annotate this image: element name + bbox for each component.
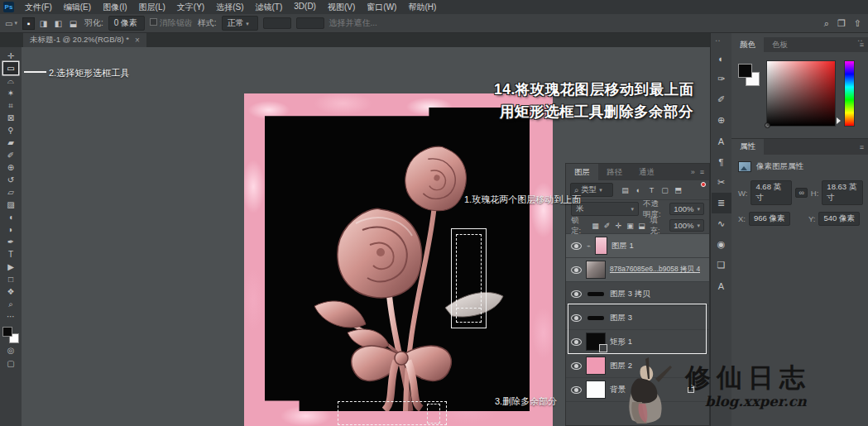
antialias-checkbox[interactable]: 消除锯齿 (150, 17, 193, 29)
filter-pixel-icon[interactable]: ▤ (620, 184, 631, 195)
panel-collapse-handle[interactable]: ‥ (715, 34, 722, 43)
link-dimensions-icon[interactable]: ∞ (795, 188, 807, 198)
frame-tool[interactable]: ⊠ (3, 112, 18, 124)
filter-adjustment-icon[interactable]: ◐ (633, 184, 644, 195)
glyphs-icon[interactable]: Α (712, 275, 731, 296)
filter-toggle-icon[interactable] (701, 182, 706, 187)
menu-item-edit[interactable]: 编辑(E) (58, 2, 97, 13)
panel-menu-icon[interactable]: ≡ (700, 168, 704, 176)
photoshop-logo-icon[interactable]: Ps (3, 2, 14, 12)
tab-channels[interactable]: 通道 (631, 164, 663, 180)
move-tool[interactable]: ✛ (3, 50, 18, 62)
dodge-tool[interactable]: ◖ (3, 211, 18, 223)
subtract-from-selection-icon[interactable]: ◧ (52, 17, 65, 30)
smudge-tool[interactable]: ◗ (3, 223, 18, 236)
brush-settings-icon[interactable]: ✑ (712, 69, 731, 89)
filter-shape-icon[interactable]: ▢ (659, 184, 670, 195)
visibility-eye-icon[interactable] (571, 386, 582, 394)
clone-stamp-tool[interactable]: ⊕ (3, 161, 18, 174)
workspace-icon[interactable]: ❐ (837, 18, 846, 29)
add-to-selection-icon[interactable]: ◨ (37, 17, 50, 30)
new-selection-icon[interactable]: ▪ (22, 17, 35, 30)
menu-item-type[interactable]: 文字(Y) (171, 2, 210, 13)
lock-transparent-icon[interactable]: ▦ (591, 220, 601, 231)
screen-mode-button[interactable]: ▢ (3, 357, 18, 370)
magic-wand-tool[interactable]: ✶ (3, 87, 18, 99)
layer-row[interactable]: 图层 3 (566, 306, 709, 330)
clone-source-icon[interactable]: ⊕ (712, 110, 731, 131)
tab-properties[interactable]: 属性 (731, 139, 764, 155)
eyedropper-tool[interactable]: ⚲ (3, 124, 18, 136)
layer-row[interactable]: 图层 2 (566, 354, 709, 378)
layer-row[interactable]: 图层 3 拷贝 (566, 282, 709, 306)
eraser-tool[interactable]: ▱ (3, 186, 18, 199)
paths-collapse-icon[interactable]: ∿ (712, 213, 731, 234)
double-arrow-icon[interactable]: » (691, 168, 695, 176)
select-and-mask-button[interactable]: 选择并遮住... (329, 17, 377, 29)
adjustments-icon[interactable]: ◐ (712, 48, 731, 69)
lock-paint-icon[interactable]: ✐ (602, 220, 612, 231)
crop-tool[interactable]: ⌗ (3, 99, 18, 112)
visibility-eye-icon[interactable] (571, 242, 582, 250)
menu-item-image[interactable]: 图像(I) (97, 2, 132, 13)
quick-mask-button[interactable]: ◎ (3, 343, 18, 357)
paragraph-icon[interactable]: ¶ (712, 151, 731, 172)
close-icon[interactable]: × (135, 36, 140, 45)
filter-smart-icon[interactable]: ⬒ (673, 184, 683, 195)
style-select[interactable]: 正常 ▾ (222, 16, 258, 31)
path-select-tool[interactable]: ▶ (3, 261, 18, 273)
menu-item-select[interactable]: 选择(S) (210, 2, 249, 13)
type-tool-tool[interactable]: T (3, 248, 18, 261)
layer-row[interactable]: 背景 (566, 378, 709, 402)
panel-menu-icon[interactable]: ≡ (860, 139, 868, 155)
foreground-color-swatch[interactable] (738, 64, 752, 78)
y-field[interactable]: 540 像素 (818, 212, 860, 226)
tool-preset-chip[interactable]: ▭ ▾ (5, 19, 17, 28)
hue-slider[interactable] (844, 60, 855, 127)
menu-item-file[interactable]: 文件(F) (19, 2, 58, 13)
pen-tool[interactable]: ✒ (3, 236, 18, 248)
tab-layers[interactable]: 图层 (566, 164, 598, 180)
brushes-icon[interactable]: ✐ (712, 89, 731, 110)
fill-input[interactable]: 100%▾ (669, 219, 704, 232)
menu-item-layer[interactable]: 图层(L) (133, 2, 171, 13)
more-tools-tool[interactable]: ⋯ (3, 310, 18, 323)
tab-paths[interactable]: 路径 (598, 164, 631, 180)
color-swatches[interactable] (738, 64, 763, 92)
brush-tool[interactable]: ✐ (3, 149, 18, 161)
tab-swatches[interactable]: 色板 (764, 37, 796, 52)
lock-all-icon[interactable]: ⬓ (637, 220, 647, 231)
intersect-selection-icon[interactable]: ⬓ (67, 17, 79, 30)
libraries-icon[interactable]: ❏ (712, 255, 731, 275)
blend-mode-select[interactable]: 米 ▾ (571, 202, 639, 216)
rect-marquee-tool[interactable]: ▭ (3, 62, 18, 74)
visibility-eye-icon[interactable] (571, 266, 582, 274)
visibility-eye-icon[interactable] (571, 290, 582, 298)
foreground-background-swatches[interactable] (2, 327, 19, 343)
opacity-input[interactable]: 100%▾ (669, 203, 704, 215)
marquee-selection-right[interactable] (456, 234, 482, 323)
tool-presets-icon[interactable]: ✂ (712, 172, 731, 193)
lock-artboard-icon[interactable]: ▣ (626, 220, 635, 231)
menu-item-view[interactable]: 视图(V) (322, 2, 361, 13)
gradient-tool[interactable]: ▨ (3, 199, 18, 211)
navigator-icon[interactable]: ◉ (712, 234, 731, 255)
history-brush-tool[interactable]: ↺ (3, 174, 18, 186)
lasso-tool[interactable]: ⌓ (3, 74, 18, 87)
filter-type-icon[interactable]: T (646, 184, 657, 195)
height-input[interactable] (296, 17, 324, 29)
width-input[interactable] (263, 17, 291, 29)
shape-tool[interactable]: □ (3, 273, 18, 285)
menu-item-filter[interactable]: 滤镜(T) (250, 2, 289, 13)
saturation-brightness-field[interactable] (766, 60, 836, 127)
foreground-color-swatch[interactable] (2, 327, 12, 337)
document-tab[interactable]: 未标题-1 @ 20.2%(RGB/8) * × (23, 33, 146, 47)
marquee-selection-bottom-inner[interactable] (427, 404, 440, 424)
menu-item-window[interactable]: 窗口(W) (361, 2, 402, 13)
color-cursor-icon[interactable] (765, 122, 770, 128)
layer-row[interactable]: 878a76085e6...b9058 拷贝 4 (566, 258, 709, 282)
menu-item-help[interactable]: 帮助(H) (402, 2, 442, 13)
lock-position-icon[interactable]: ✛ (614, 220, 624, 231)
search-icon[interactable]: ⌕ (824, 18, 829, 29)
tab-color[interactable]: 颜色 (731, 37, 764, 52)
